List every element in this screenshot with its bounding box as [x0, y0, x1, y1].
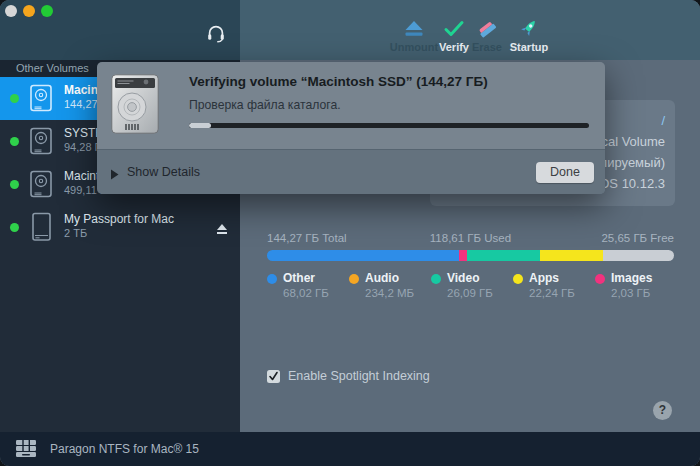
legend-dot: [267, 274, 277, 284]
dialog-status-text: Проверка файла каталога.: [189, 98, 341, 112]
help-button[interactable]: ?: [653, 401, 672, 420]
legend-item-audio: Audio 234,2 МБ: [349, 270, 429, 304]
status-dot: [10, 94, 19, 103]
status-dot: [10, 180, 19, 189]
storage-summary: 144,27 ГБ Total 118,61 ГБ Used 25,65 ГБ …: [267, 232, 674, 246]
internal-disk-icon: [26, 126, 56, 156]
legend-label: Other: [283, 271, 315, 285]
disk-stack-icon: [16, 440, 36, 461]
progress-bar: [189, 123, 589, 128]
status-dot: [10, 137, 19, 146]
support-button[interactable]: [204, 23, 228, 47]
legend-label: Apps: [529, 271, 559, 285]
progress-fill: [189, 123, 211, 128]
rocket-icon: [499, 18, 559, 38]
verify-dialog: Show Details Done: [97, 62, 605, 194]
toolbar-startup-button[interactable]: Startup: [499, 18, 559, 56]
legend-item-apps: Apps 22,24 ГБ: [513, 270, 593, 304]
app-window: Unmount Verify Erase: [0, 0, 700, 466]
bottom-bar: Paragon NTFS for Mac® 15: [0, 432, 700, 466]
dialog-footer: Show Details Done: [97, 149, 605, 194]
storage-segment-video: [467, 250, 540, 261]
storage-segment-images: [459, 250, 467, 261]
close-button[interactable]: [5, 5, 17, 17]
internal-disk-icon: [26, 169, 56, 199]
spotlight-checkbox[interactable]: [267, 370, 280, 383]
storage-free-label: 25,65 ГБ Free: [601, 232, 674, 244]
legend-value: 234,2 МБ: [365, 287, 414, 299]
storage-usage-bar: [267, 250, 674, 261]
headset-icon: [206, 23, 226, 47]
legend-label: Images: [611, 271, 652, 285]
legend-dot: [349, 274, 359, 284]
volume-name: My Passport for Mac: [64, 212, 174, 226]
legend-item-images: Images 2,03 ГБ: [595, 270, 675, 304]
legend-dot: [595, 274, 605, 284]
storage-segment-free: [603, 250, 674, 261]
legend-value: 22,24 ГБ: [529, 287, 575, 299]
legend-item-other: Other 68,02 ГБ: [267, 270, 347, 304]
brand-label: Paragon NTFS for Mac® 15: [50, 442, 199, 456]
sidebar-item-my-passport[interactable]: My Passport for Mac 2 ТБ: [0, 206, 240, 249]
minimize-button[interactable]: [23, 5, 35, 17]
zoom-button[interactable]: [41, 5, 53, 17]
legend-value: 68,02 ГБ: [283, 287, 329, 299]
legend-label: Audio: [365, 271, 399, 285]
dialog-title: Verifying volume “Macintosh SSD” (144,27…: [189, 74, 488, 89]
spotlight-checkbox-label[interactable]: Enable Spotlight Indexing: [288, 369, 430, 383]
show-details-toggle[interactable]: Show Details: [127, 165, 200, 179]
checkmark-icon: [268, 371, 279, 382]
done-button[interactable]: Done: [536, 162, 594, 183]
legend-dot: [431, 274, 441, 284]
storage-segment-other: [267, 250, 459, 261]
status-dot: [10, 223, 19, 232]
volume-size: 2 ТБ: [64, 227, 87, 239]
external-disk-icon: [26, 212, 56, 242]
legend-dot: [513, 274, 523, 284]
toolbar-startup-label: Startup: [499, 41, 559, 53]
legend-value: 26,09 ГБ: [447, 287, 493, 299]
eject-volume-button[interactable]: [216, 221, 228, 233]
legend-value: 2,03 ГБ: [611, 287, 650, 299]
disclosure-triangle-icon[interactable]: [110, 166, 119, 184]
legend-label: Video: [447, 271, 479, 285]
internal-disk-icon: [26, 83, 56, 113]
storage-segment-apps: [540, 250, 603, 261]
hard-drive-icon: [111, 74, 159, 138]
legend-item-video: Video 26,09 ГБ: [431, 270, 511, 304]
